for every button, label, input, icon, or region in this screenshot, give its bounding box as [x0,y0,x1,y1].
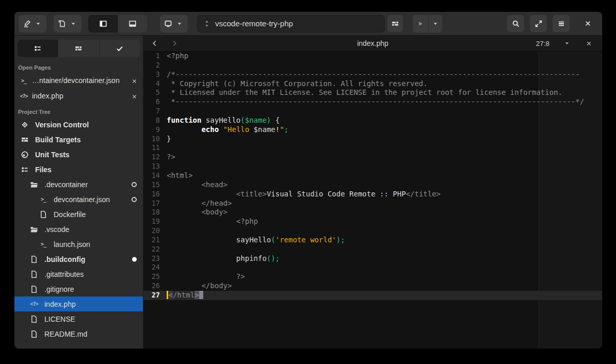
code-line[interactable]: 1<?php [143,52,602,61]
tree-item-label: Build Targets [35,136,80,144]
code-line[interactable]: 16 <title>Visual Studio Code Remote :: P… [143,190,602,199]
file-icon [30,315,38,323]
open-page-row[interactable]: <?>index.php [14,88,143,104]
toggle-bottom-panel-button[interactable] [118,15,147,32]
tree-row[interactable]: .buildconfig [14,252,143,267]
code-line[interactable]: 26 </body> [143,282,602,291]
code-line[interactable]: 25 ?> [143,272,602,282]
code-line[interactable]: 18 <body> [143,208,602,217]
code-line[interactable]: 7 [143,107,602,116]
code-line[interactable]: 27</html> [143,291,602,300]
bricks-icon [21,136,29,144]
code-line[interactable]: 21 sayHello('remote world'); [143,236,602,245]
code-text: <title>Visual Studio Code Remote :: PHP<… [167,190,602,199]
code-line[interactable]: 2 [143,61,602,70]
tree-row[interactable]: Version Control [14,117,143,132]
code-line[interactable]: 13 [143,162,602,171]
line-number: 12 [143,153,167,162]
code-area[interactable]: 1<?php23/*------------------------------… [143,52,602,349]
open-document-split-button[interactable] [54,15,82,32]
back-icon[interactable] [151,39,159,47]
line-number: 21 [143,236,167,245]
omnibar[interactable]: vscode-remote-try-php [197,15,385,32]
close-editor-icon[interactable] [585,39,593,47]
tree-row[interactable]: .devcontainer [14,177,143,192]
open-page-row[interactable]: >_…ntainer/devcontainer.json [14,73,143,88]
tree-row[interactable]: .gitattributes [14,267,143,282]
code-text: ?> [167,272,602,282]
sidebar: Open Pages >_…ntainer/devcontainer.json<… [14,36,143,349]
line-number: 11 [143,143,167,153]
tree-row[interactable]: LICENSE [14,311,143,326]
tree-row[interactable]: README.md [14,326,143,341]
line-number: 25 [143,272,167,282]
line-number: 7 [143,107,167,116]
tab-todos[interactable] [99,40,140,57]
code-line[interactable]: 20 [143,226,602,236]
code-line[interactable]: 23 phpinfo(); [143,254,602,263]
code-line[interactable]: 10} [143,135,602,144]
hamburger-menu-icon [557,20,565,28]
tree-item-label: Files [35,166,52,174]
edit-mode-split-button[interactable] [19,15,46,32]
run-button[interactable] [413,15,428,32]
close-page-icon[interactable] [130,77,138,85]
code-line[interactable]: 14<html> [143,171,602,180]
code-line[interactable]: 24 [143,263,602,272]
fullscreen-button[interactable] [530,15,547,32]
tab-open-pages[interactable] [18,40,58,57]
code-line[interactable]: 8function sayHello($name) { [143,116,602,125]
code-line[interactable]: 11 [143,143,602,153]
build-button[interactable] [387,15,403,32]
code-line[interactable]: 12?> [143,153,602,162]
tree-row[interactable]: <?>index.php [14,296,143,311]
code-text [167,226,602,236]
menu-button[interactable] [553,15,570,32]
folder-icon [30,225,38,234]
tree-item-label: index.php [44,300,76,308]
file-icon [30,255,38,263]
tree-row[interactable]: Files [14,162,143,177]
code-text: </html> [167,291,602,300]
code-line[interactable]: 22 [143,245,602,254]
tree-row[interactable]: Dockerfile [14,207,143,222]
line-number: 15 [143,180,167,190]
tree-row[interactable]: >_devcontainer.json [14,192,143,207]
code-line[interactable]: 17 </head> [143,199,602,208]
code-text: ?> [167,153,602,162]
folder-icon [30,180,38,189]
device-selector-button[interactable] [160,15,188,32]
forward-icon[interactable] [170,39,179,47]
tree-row[interactable]: Unit Tests [14,147,143,162]
tree-row[interactable]: Build Targets [14,132,143,147]
tree-row[interactable]: .vscode [14,222,143,237]
tab-build-pipeline[interactable] [58,40,99,57]
code-line[interactable]: 19 <?php [143,217,602,226]
run-options-button[interactable] [428,15,442,32]
line-number: 22 [143,245,167,254]
tree-row[interactable]: >_launch.json [14,237,143,252]
tree-item-label: Unit Tests [35,151,70,159]
line-number: 18 [143,208,167,217]
code-line[interactable]: 3/*-------------------------------------… [143,70,602,79]
status-badge [132,257,137,261]
window-close-button[interactable] [579,15,596,32]
code-line[interactable]: 15 <head> [143,180,602,190]
line-number: 9 [143,125,167,135]
chevron-down-icon[interactable] [563,39,571,47]
search-button[interactable] [507,15,524,32]
code-text: /*--------------------------------------… [167,70,602,79]
status-badge [132,197,137,202]
tree-row[interactable]: .gitignore [14,282,143,296]
code-line[interactable]: 9 echo "Hello $name!"; [143,125,602,135]
pages-list-icon [34,44,42,53]
toggle-left-panel-button[interactable] [88,15,118,32]
line-number: 10 [143,135,167,144]
code-line[interactable]: 5 * Licensed under the MIT License. See … [143,88,602,97]
close-page-icon[interactable] [130,92,138,101]
tree-item-label: launch.json [54,240,90,249]
code-text [167,143,602,153]
code-line[interactable]: 4 * Copyright (c) Microsoft Corporation.… [143,79,602,89]
code-line[interactable]: 6 *-------------------------------------… [143,97,602,107]
tree-item-label: .buildconfig [44,255,85,263]
